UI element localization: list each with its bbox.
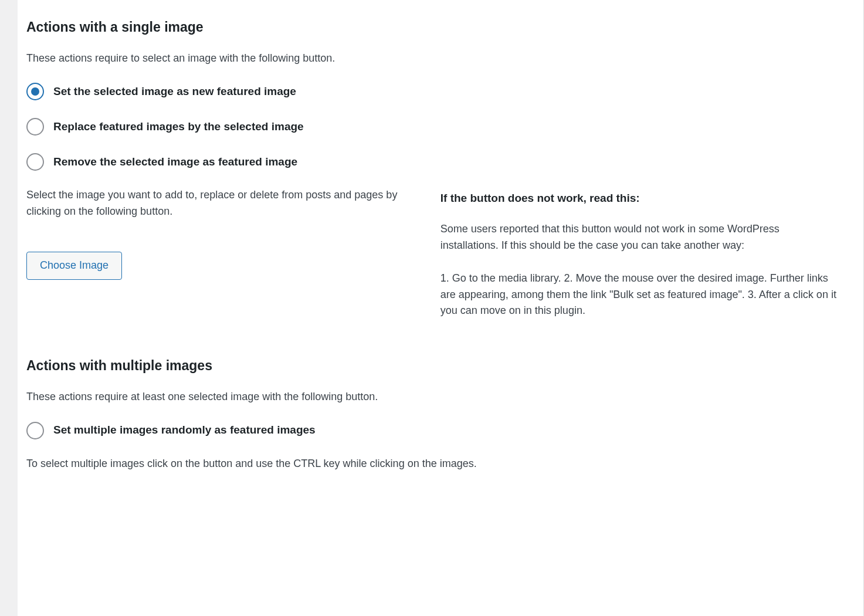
section-heading-single: Actions with a single image — [26, 17, 840, 38]
radio-indicator — [26, 118, 44, 136]
multiple-select-instruction-text: To select multiple images click on the b… — [26, 456, 840, 472]
help-heading: If the button does not work, read this: — [441, 189, 840, 207]
radio-indicator — [26, 83, 44, 100]
radio-label: Set the selected image as new featured i… — [53, 83, 296, 100]
multiple-action-radio-group: Set multiple images randomly as featured… — [26, 422, 840, 439]
radio-indicator — [26, 422, 44, 439]
select-instruction-text: Select the image you want to add to, rep… — [26, 187, 417, 220]
radio-label: Replace featured images by the selected … — [53, 119, 304, 136]
help-paragraph-1: Some users reported that this button wou… — [441, 221, 840, 254]
radio-replace-featured[interactable]: Replace featured images by the selected … — [26, 118, 840, 136]
choose-image-button[interactable]: Choose Image — [26, 252, 122, 280]
multiple-intro-text: These actions require at least one selec… — [26, 389, 840, 405]
radio-set-random-featured[interactable]: Set multiple images randomly as featured… — [26, 422, 840, 439]
radio-remove-featured[interactable]: Remove the selected image as featured im… — [26, 153, 840, 171]
radio-set-featured[interactable]: Set the selected image as new featured i… — [26, 83, 840, 100]
single-intro-text: These actions require to select an image… — [26, 50, 840, 67]
radio-label: Set multiple images randomly as featured… — [53, 422, 316, 439]
single-action-radio-group: Set the selected image as new featured i… — [26, 83, 840, 171]
radio-indicator — [26, 153, 44, 171]
help-paragraph-2: 1. Go to the media library. 2. Move the … — [441, 270, 840, 320]
section-heading-multiple: Actions with multiple images — [26, 356, 840, 376]
radio-label: Remove the selected image as featured im… — [53, 154, 297, 171]
